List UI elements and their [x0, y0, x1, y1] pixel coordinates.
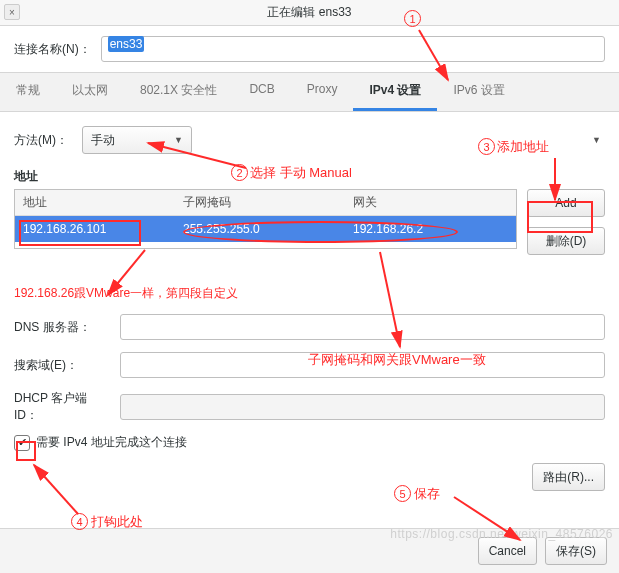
titlebar: × 正在编辑 ens33 — [0, 0, 619, 26]
ip-note: 192.168.26跟VMware一样，第四段自定义 — [14, 285, 605, 302]
method-value: 手动 — [91, 132, 115, 149]
connection-name-value: ens33 — [108, 36, 145, 52]
cell-ip: 192.168.26.101 — [15, 216, 175, 242]
address-table[interactable]: 地址 子网掩码 网关 192.168.26.101 255.255.255.0 … — [14, 189, 517, 249]
tab-ipv6[interactable]: IPv6 设置 — [437, 73, 520, 111]
dhcp-id-input — [120, 394, 605, 420]
tab-proxy[interactable]: Proxy — [291, 73, 354, 111]
window-title: 正在编辑 ens33 — [267, 4, 351, 21]
th-gateway: 网关 — [345, 190, 516, 215]
close-button[interactable]: × — [4, 4, 20, 20]
search-domain-label: 搜索域(E)： — [14, 357, 114, 374]
chevron-down-icon: ▼ — [592, 135, 601, 145]
dns-input[interactable] — [120, 314, 605, 340]
watermark: https://blog.csdn.net/weixin_48576026 — [390, 527, 613, 541]
cell-mask: 255.255.255.0 — [175, 216, 345, 242]
connection-name-label: 连接名称(N)： — [14, 41, 91, 58]
method-combo[interactable]: 手动 ▼ — [82, 126, 192, 154]
require-ipv4-checkbox[interactable]: ✔ — [14, 435, 30, 451]
tab-8021x[interactable]: 802.1X 安全性 — [124, 73, 233, 111]
require-ipv4-label: 需要 IPv4 地址完成这个连接 — [36, 434, 187, 451]
dhcp-id-label: DHCP 客户端 ID： — [14, 390, 114, 424]
method-label: 方法(M)： — [14, 132, 68, 149]
addresses-label: 地址 — [14, 168, 605, 185]
tabs: 常规 以太网 802.1X 安全性 DCB Proxy IPv4 设置 IPv6… — [0, 72, 619, 112]
routes-button[interactable]: 路由(R)... — [532, 463, 605, 491]
dns-label: DNS 服务器： — [14, 319, 114, 336]
cancel-button[interactable]: Cancel — [478, 537, 537, 565]
tab-ethernet[interactable]: 以太网 — [56, 73, 124, 111]
tab-dcb[interactable]: DCB — [233, 73, 290, 111]
delete-button[interactable]: 删除(D) — [527, 227, 605, 255]
save-button[interactable]: 保存(S) — [545, 537, 607, 565]
search-domain-input[interactable] — [120, 352, 605, 378]
add-button[interactable]: Add — [527, 189, 605, 217]
chevron-down-icon: ▼ — [174, 135, 183, 145]
tab-ipv4[interactable]: IPv4 设置 — [353, 73, 437, 111]
th-address: 地址 — [15, 190, 175, 215]
tab-general[interactable]: 常规 — [0, 73, 56, 111]
table-row[interactable]: 192.168.26.101 255.255.255.0 192.168.26.… — [15, 216, 516, 242]
connection-name-input[interactable]: ens33 — [101, 36, 605, 62]
th-mask: 子网掩码 — [175, 190, 345, 215]
cell-gateway: 192.168.26.2 — [345, 216, 516, 242]
